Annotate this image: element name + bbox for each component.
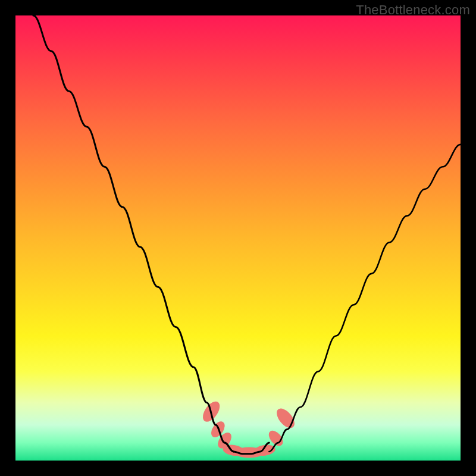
- chart-plot-area: [15, 15, 461, 461]
- chart-svg: [15, 15, 461, 461]
- credit-label: TheBottleneck.com: [356, 2, 470, 18]
- left-curve: [33, 15, 234, 452]
- right-curve: [269, 145, 461, 452]
- chart-frame: TheBottleneck.com: [0, 0, 476, 476]
- chart-markers: [199, 399, 298, 458]
